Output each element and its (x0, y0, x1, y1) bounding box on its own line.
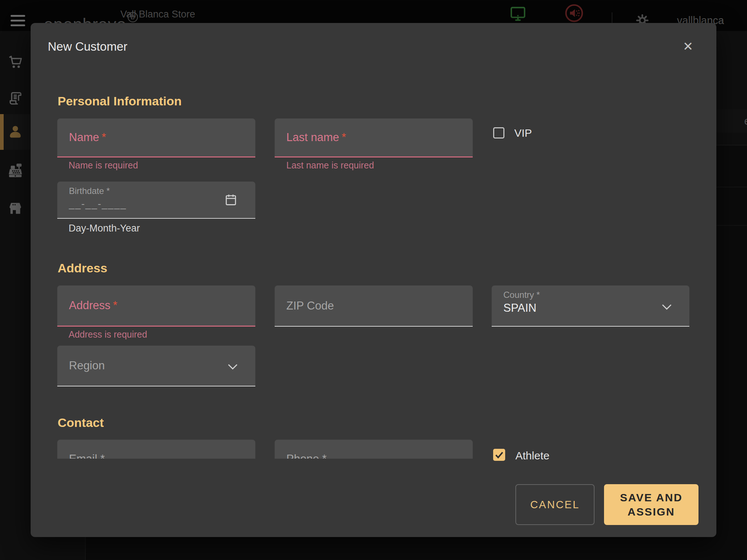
address-field[interactable]: Address* (57, 285, 255, 327)
birthdate-label: Birthdate * (69, 186, 110, 196)
email-field[interactable]: Email * (57, 440, 255, 459)
calendar-icon[interactable] (224, 192, 238, 207)
last-name-label: Last name* (286, 131, 346, 144)
required-asterisk: * (102, 131, 106, 144)
required-asterisk: * (113, 299, 117, 312)
cancel-button[interactable]: CANCEL (515, 484, 595, 525)
vip-checkbox[interactable] (493, 127, 504, 139)
country-select[interactable]: Country * SPAIN (492, 285, 689, 327)
section-contact: Contact (58, 416, 104, 430)
country-value: SPAIN (503, 302, 537, 315)
address-error-text: Address is required (69, 329, 147, 340)
section-address: Address (58, 261, 107, 275)
name-field[interactable]: Name* (57, 118, 255, 158)
save-and-assign-button[interactable]: SAVE AND ASSIGN (604, 484, 698, 525)
region-select[interactable]: Region (57, 346, 255, 386)
new-customer-dialog: New Customer ✕ Personal Information Name… (31, 23, 716, 537)
phone-label: Phone * (286, 452, 326, 459)
zip-code-field[interactable]: ZIP Code (275, 285, 473, 327)
birthdate-placeholder: __-__-____ (69, 198, 127, 210)
vip-label: VIP (514, 127, 532, 139)
athlete-checkbox[interactable] (493, 449, 505, 461)
close-icon[interactable]: ✕ (683, 39, 693, 54)
region-label: Region (69, 359, 105, 372)
athlete-label: Athlete (515, 450, 549, 462)
birthdate-helper-text: Day-Month-Year (69, 223, 140, 234)
country-label: Country * (503, 290, 540, 300)
chevron-down-icon (225, 359, 240, 374)
checkbox-check-icon (493, 449, 505, 461)
email-label: Email * (69, 452, 105, 459)
required-asterisk: * (342, 131, 346, 144)
zip-code-label: ZIP Code (286, 299, 334, 312)
contact-fields-clipped: Email * Phone * (57, 440, 473, 459)
phone-field[interactable]: Phone * (275, 440, 473, 459)
app-root: openbravob Vall Blanca Store ✕ (0, 0, 747, 560)
section-personal-information: Personal Information (58, 94, 182, 108)
address-label: Address* (69, 299, 117, 312)
name-label: Name* (69, 131, 106, 144)
last-name-field[interactable]: Last name* (275, 118, 473, 158)
checkbox-box (493, 127, 504, 139)
checkbox-box (493, 449, 505, 461)
name-error-text: Name is required (69, 160, 138, 171)
dialog-title: New Customer (48, 40, 127, 54)
birthdate-field[interactable]: Birthdate * __-__-____ (57, 182, 255, 219)
chevron-down-icon (659, 299, 674, 314)
last-name-error-text: Last name is required (286, 160, 374, 171)
